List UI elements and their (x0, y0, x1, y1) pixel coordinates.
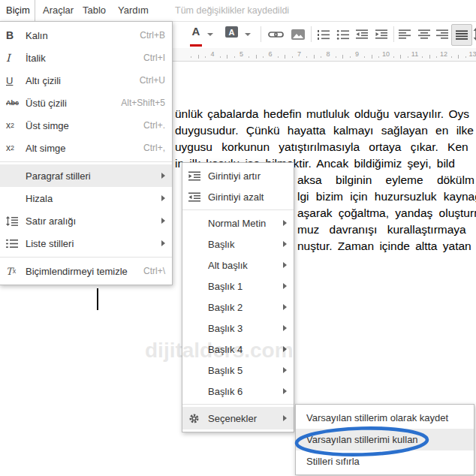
menu-yardım[interactable]: Yardım (118, 5, 149, 16)
ruler-number: 5 (240, 50, 243, 58)
menu-item-üstü-çizili[interactable]: Abc Üstü çizili Alt+Shift+5 (0, 92, 172, 114)
text-color-dropdown-icon[interactable] (207, 26, 213, 36)
ruler-tick (400, 55, 401, 59)
ruler-tick (285, 55, 285, 59)
indent-decrease-icon[interactable] (356, 29, 369, 39)
menu-item-hizala[interactable]: Hizala (0, 187, 172, 209)
menu-item-normal-metin[interactable]: Normal Metin (182, 212, 294, 233)
doc-text-line: nuştur. Zaman içinde altta yatan b (297, 240, 476, 253)
align-justify-icon-active[interactable] (451, 24, 472, 46)
ruler-number: 4 (210, 50, 214, 58)
menu-item-biçimlendirmeyi-temizle[interactable]: Tx Biçimlendirmeyi temizle Ctrl+\ (0, 260, 172, 282)
doc-text-line: duygusudur. Çünkü hayatta kalmayı sağlay… (175, 124, 474, 137)
align-center-icon[interactable] (418, 29, 430, 39)
toolbar-separator (261, 26, 261, 42)
menu-item-başlık-6[interactable]: Başlık 6 (182, 381, 294, 402)
ruler-tick (408, 56, 408, 58)
menu-item-başlık-1[interactable]: Başlık 1 (182, 276, 294, 297)
ruler-tick (378, 56, 379, 58)
google-docs-screenshot: { "menubar": { "items": ["Biçim", "Araçl… (0, 0, 476, 476)
doc-text-line: aksa bilginin eyleme dökülm (297, 173, 474, 187)
menu-item-liste-stilleri[interactable]: Liste stilleri (0, 232, 172, 255)
paragraph-styles-menu: Girintiyi artır Girintiyi azalt Normal M… (182, 162, 294, 432)
menu-item-başlık-3[interactable]: Başlık 3 (182, 318, 294, 339)
menu-item-paragraf-stilleri[interactable]: Paragraf stilleri (0, 164, 172, 187)
menu-biçim-open-tab[interactable]: Biçim (0, 0, 35, 22)
superscript-icon: x2 (6, 120, 26, 131)
align-right-icon[interactable] (436, 29, 448, 39)
menu-item-varsayılan-stillerim-olarak-kaydet[interactable]: Varsayılan stillerim olarak kaydet (296, 407, 474, 429)
bold-icon: B (6, 29, 26, 41)
submenu-arrow-icon (283, 283, 287, 289)
ruler-number: 10 (382, 50, 390, 58)
underline-icon: U (6, 75, 26, 86)
ruler-tick (465, 56, 466, 58)
submenu-arrow-icon (283, 415, 287, 421)
line-spacing-icon[interactable] (473, 28, 476, 41)
align-left-icon[interactable] (399, 29, 411, 39)
menu-bar: Biçim Araçlar Tablo Yardım Tüm değişikli… (0, 0, 476, 22)
menu-divider (0, 257, 172, 258)
indent-increase-icon[interactable] (375, 29, 388, 39)
ruler-tick (451, 56, 452, 58)
submenu-arrow-icon (161, 195, 165, 201)
insert-image-icon[interactable] (291, 29, 306, 41)
menu-item-başlık-5[interactable]: Başlık 5 (182, 360, 294, 381)
ruler-tick (436, 56, 437, 58)
clear-formatting-icon: Tx (6, 266, 26, 277)
ruler-tick (292, 56, 293, 58)
ruler-tick (314, 55, 315, 59)
submenu-arrow-icon (161, 240, 165, 246)
ruler-number: 8 (326, 50, 330, 58)
bulleted-list-icon[interactable] (336, 29, 350, 40)
ruler-tick (227, 55, 227, 59)
menu-item-üst-simge[interactable]: x2 Üst simge Ctrl+. (0, 114, 172, 137)
menu-araçlar[interactable]: Araçlar (43, 5, 74, 16)
submenu-arrow-icon (283, 220, 287, 226)
ruler-tick (220, 56, 221, 58)
ruler-tick (458, 55, 459, 59)
doc-text-line: uygusu korkunun yatıştırılmasıyla ortaya… (175, 140, 468, 154)
menu-tablo[interactable]: Tablo (83, 5, 106, 16)
menu-item-başlık[interactable]: Başlık (182, 233, 294, 255)
menu-item-alt-simge[interactable]: x2 Alt simge Ctrl+, (0, 137, 172, 159)
ruler-tick (321, 56, 321, 58)
menu-item-girintiyi-azalt[interactable]: Girintiyi azalt (182, 186, 294, 207)
text-color-icon[interactable]: A (189, 26, 203, 37)
submenu-arrow-icon (283, 304, 287, 310)
subscript-icon: x2 (6, 143, 26, 153)
menu-divider (182, 404, 294, 405)
menu-item-stilleri-sıfırla[interactable]: Stilleri sıfırla (296, 450, 474, 472)
insert-link-icon[interactable] (268, 30, 284, 39)
menu-item-seçenekler[interactable]: Seçenekler (182, 407, 294, 429)
ruler-tick (263, 56, 264, 58)
menu-item-italik[interactable]: I İtalik Ctrl+I (0, 47, 172, 69)
format-menu: B Kalın Ctrl+B I İtalik Ctrl+I U Altı çi… (0, 21, 173, 285)
menu-item-başlık-4[interactable]: Başlık 4 (182, 339, 294, 360)
menu-item-altı-çizili[interactable]: U Altı çizili Ctrl+U (0, 69, 172, 92)
ruler-tick (393, 56, 394, 58)
ruler-number: 13 (468, 50, 476, 58)
numbered-list-icon[interactable] (317, 29, 330, 40)
menu-item-başlık-2[interactable]: Başlık 2 (182, 297, 294, 318)
doc-text-line: muz davranışı kurallaştırmaya g (297, 223, 476, 236)
menu-item-girintiyi-artır[interactable]: Girintiyi artır (182, 165, 294, 186)
ruler-tick (278, 56, 279, 58)
indent-increase-icon (188, 171, 208, 181)
ruler-tick (336, 56, 336, 58)
menu-biçim-label: Biçim (6, 5, 30, 16)
submenu-arrow-icon (161, 218, 165, 224)
ruler-tick (306, 56, 307, 58)
highlight-dropdown-icon[interactable] (245, 26, 251, 36)
menu-item-varsayılan-stillerimi-kullan[interactable]: Varsayılan stillerimi kullan (296, 429, 474, 450)
strikethrough-icon: Abc (6, 99, 26, 107)
menu-item-alt-başlık[interactable]: Alt başlık (182, 255, 294, 276)
highlight-color-icon[interactable]: A (225, 26, 238, 38)
text-cursor (97, 288, 98, 310)
submenu-arrow-icon (283, 241, 287, 247)
submenu-arrow-icon (283, 262, 287, 268)
options-menu: Varsayılan stillerim olarak kaydet Varsa… (295, 404, 474, 475)
ruler-tick (364, 56, 365, 58)
menu-item-satır-aralığı[interactable]: Satır aralığı (0, 209, 172, 232)
menu-item-kalın[interactable]: B Kalın Ctrl+B (0, 24, 172, 47)
